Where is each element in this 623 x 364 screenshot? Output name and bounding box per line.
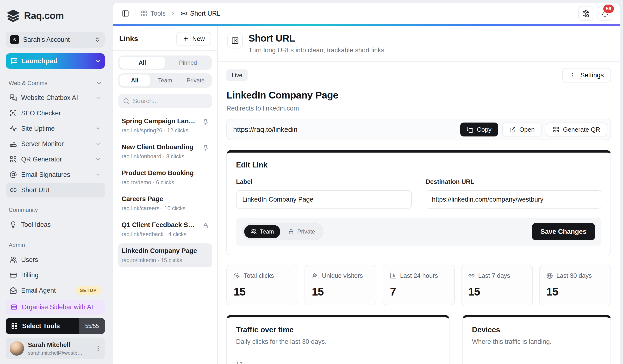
link-item-linkedin-company-page[interactable]: LinkedIn Company Page raq.to/linkedin · …: [118, 243, 212, 267]
section-admin: Admin: [6, 242, 105, 248]
copy-button[interactable]: Copy: [460, 123, 498, 136]
generate-qr-button[interactable]: Generate QR: [546, 123, 607, 136]
open-label: Open: [519, 126, 535, 133]
edit-link-card: Edit Link Label Destination URL: [226, 150, 611, 255]
chart-column-icon: [390, 273, 396, 279]
community-nav: Tool Ideas: [6, 217, 105, 232]
breadcrumb-tools-label: Tools: [151, 10, 166, 17]
pointer-click-icon: [234, 273, 240, 279]
lock-icon: [288, 229, 294, 235]
sidebar-item-website-chatbox-ai[interactable]: Website Chatbox AI: [6, 90, 105, 105]
sidebar-item-server-monitor[interactable]: Server Monitor: [6, 136, 105, 151]
status-badge: Live: [226, 69, 247, 81]
accent-gradient-bar: [113, 24, 620, 26]
sidebar-item-label: Short URL: [21, 186, 51, 194]
messages-icon: [10, 94, 17, 101]
sidebar-item-email-agent[interactable]: Email Agent SETUP: [6, 283, 105, 298]
status-row: Live Settings: [226, 68, 611, 82]
sidebar-item-seo-checker[interactable]: SEO Checker: [6, 106, 105, 121]
account-switcher[interactable]: s Sarah's Account: [6, 32, 105, 48]
sidebar-item-label: SEO Checker: [21, 109, 61, 117]
link-list: Spring Campaign Landing P... raq.link/sp…: [118, 114, 212, 267]
tools-count-badge: 55/55: [79, 318, 105, 334]
chevron-down-icon: [96, 80, 102, 86]
label-field-label: Label: [236, 178, 412, 186]
tab-all-links[interactable]: All: [119, 57, 165, 69]
settings-button[interactable]: Settings: [562, 68, 611, 82]
tab-scope-private[interactable]: Private: [180, 74, 211, 86]
tab-scope-team[interactable]: Team: [150, 74, 180, 86]
launchpad-expand-button[interactable]: [91, 53, 105, 69]
main-panel: Tools Short URL 56 Lin: [113, 3, 620, 364]
save-changes-button[interactable]: Save Changes: [532, 223, 595, 240]
link-item-product-demo-booking[interactable]: Product Demo Booking raq.to/demo · 6 cli…: [118, 166, 212, 190]
section-admin-label: Admin: [9, 242, 25, 248]
sidebar-item-site-uptime[interactable]: Site Uptime: [6, 121, 105, 136]
launchpad-main[interactable]: Launchpad: [6, 53, 91, 69]
open-button[interactable]: Open: [502, 123, 542, 136]
label-field[interactable]: [236, 190, 412, 209]
sidebar-item-short-url[interactable]: Short URL: [6, 183, 105, 197]
package-search-button[interactable]: [578, 6, 593, 21]
link-item-careers-page[interactable]: Careers Page raq.link/careers · 10 click…: [118, 192, 212, 215]
traffic-chart-area: 12: [236, 361, 440, 364]
account-label: Sarah's Account: [23, 36, 90, 43]
sidebar-item-label: Server Monitor: [21, 140, 64, 148]
sidebar-item-email-signatures[interactable]: Email Signatures: [6, 167, 105, 182]
organise-sidebar-ai-button[interactable]: Organise Sidebar with AI: [6, 300, 105, 315]
search-icon: [123, 98, 130, 104]
qr-code-icon: [553, 126, 559, 133]
link-icon: [180, 10, 187, 17]
user-texts: Sarah Mitchell sarah.mitchell@westbur...: [28, 341, 91, 356]
section-web-comms[interactable]: Web & Comms: [6, 80, 105, 86]
sidebar-item-users[interactable]: Users: [6, 252, 105, 267]
kebab-menu-icon[interactable]: [95, 345, 101, 352]
breadcrumb-current-label: Short URL: [190, 10, 221, 17]
tab-pinned-links[interactable]: Pinned: [165, 57, 211, 69]
stat-head: Total clicks: [234, 272, 291, 279]
scope-tab-group: All Team Private: [118, 73, 212, 88]
select-tools-label: Select Tools: [22, 322, 60, 330]
breadcrumb-tools[interactable]: Tools: [141, 10, 166, 17]
traffic-over-time-card: Traffic over time Daily clicks for the l…: [226, 315, 449, 364]
sidebar-item-billing[interactable]: Billing: [6, 268, 105, 282]
team-toggle[interactable]: Team: [244, 225, 280, 238]
section-community: Community: [6, 207, 105, 213]
user-menu[interactable]: Sarah Mitchell sarah.mitchell@westbur...: [6, 338, 105, 359]
search-input[interactable]: [133, 97, 207, 105]
destination-url-field[interactable]: [426, 190, 601, 209]
page-title: LinkedIn Company Page: [226, 90, 611, 101]
private-toggle[interactable]: Private: [282, 225, 322, 238]
scan-search-icon: [10, 109, 17, 117]
links-search[interactable]: [118, 94, 212, 108]
tool-subtitle: Turn long URLs into clean, trackable sho…: [248, 47, 386, 54]
link-item-meta: raq.to/demo · 6 clicks: [122, 179, 209, 186]
tool-header: Short URL Turn long URLs into clean, tra…: [226, 26, 611, 61]
stat-label: Last 30 days: [556, 272, 592, 279]
stat-head: Unique visitors: [312, 272, 369, 279]
main-content: Short URL Turn long URLs into clean, tra…: [218, 26, 620, 364]
tab-scope-all[interactable]: All: [119, 74, 150, 86]
link-item-q1-feedback-survey[interactable]: Q1 Client Feedback Survey raq.link/feedb…: [118, 217, 212, 241]
sidebar-item-qr-generator[interactable]: QR Generator: [6, 152, 105, 167]
chevron-down-icon: [95, 126, 101, 131]
notifications-button[interactable]: 56: [598, 6, 612, 21]
sidebar-footer: Organise Sidebar with AI Select Tools 55…: [6, 300, 105, 359]
sidebar-toggle-button[interactable]: [120, 8, 131, 19]
link-item-spring-campaign[interactable]: Spring Campaign Landing P... raq.link/sp…: [118, 114, 212, 138]
link-item-new-client-onboarding[interactable]: New Client Onboarding raq.link/onboard ·…: [118, 140, 212, 164]
select-tools-button[interactable]: Select Tools 55/55: [6, 318, 105, 334]
tool-title: Short URL: [248, 33, 386, 44]
new-link-button[interactable]: New: [177, 32, 211, 45]
filter-tab-group: All Pinned: [118, 56, 212, 70]
select-tools-main[interactable]: Select Tools: [6, 318, 79, 334]
launchpad-button[interactable]: Launchpad: [6, 53, 105, 69]
credit-card-icon: [10, 272, 17, 279]
new-link-label: New: [192, 35, 205, 43]
chevron-down-icon: [95, 172, 101, 178]
launchpad-label: Launchpad: [22, 57, 57, 65]
qr-code-icon: [10, 156, 17, 163]
notification-count-badge: 56: [602, 4, 615, 14]
sidebar-item-tool-ideas[interactable]: Tool Ideas: [6, 217, 105, 232]
link-item-meta: raq.link/careers · 10 clicks: [122, 205, 209, 212]
